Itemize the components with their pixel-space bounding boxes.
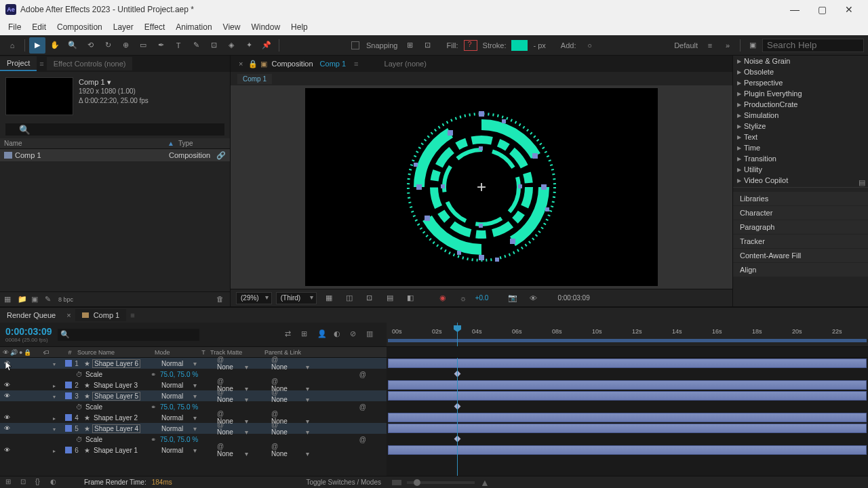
track-bar[interactable] bbox=[387, 390, 868, 401]
parent-dropdown[interactable]: None▾ bbox=[271, 396, 312, 403]
track-matte-dropdown[interactable]: None▾ bbox=[217, 396, 251, 403]
panel-content-aware-fill[interactable]: Content-Aware Fill bbox=[733, 249, 868, 262]
parent-pickwhip-icon[interactable]: @ bbox=[271, 356, 278, 363]
col-type-header[interactable]: Type bbox=[178, 140, 226, 147]
link-icon[interactable]: ⚭ bbox=[151, 436, 160, 443]
layer-name[interactable]: ★Shape Layer 5 bbox=[81, 392, 161, 400]
effect-category[interactable]: ▶Obsolete bbox=[733, 66, 868, 77]
channel-icon[interactable]: ◧ bbox=[402, 290, 418, 306]
overflow-icon[interactable]: » bbox=[719, 37, 736, 54]
timeline-timecode[interactable]: 0:00:03:09 bbox=[5, 326, 52, 337]
layer-name[interactable]: ★Shape Layer 3 bbox=[81, 382, 161, 389]
bpc-label[interactable]: 8 bpc bbox=[58, 296, 73, 303]
clone-tool[interactable]: ⊡ bbox=[205, 37, 222, 54]
comp-tab-name[interactable]: Comp 1 bbox=[317, 60, 349, 68]
property-track[interactable] bbox=[387, 369, 868, 380]
new-comp-icon[interactable]: ▣ bbox=[31, 295, 41, 304]
tab-close[interactable]: × bbox=[62, 311, 75, 319]
col-track-matte[interactable]: Track Matte bbox=[210, 349, 264, 356]
track-bar[interactable] bbox=[387, 445, 868, 455]
puppet-tool[interactable]: 📌 bbox=[258, 37, 275, 54]
stopwatch-icon[interactable]: ⏱ bbox=[76, 371, 84, 378]
menu-help[interactable]: Help bbox=[285, 20, 313, 34]
panel-paragraph[interactable]: Paragraph bbox=[733, 220, 868, 234]
timeline-search[interactable] bbox=[58, 329, 199, 341]
menu-layer[interactable]: Layer bbox=[108, 20, 139, 34]
effect-category[interactable]: ▶Time bbox=[733, 142, 868, 153]
visibility-toggle[interactable]: 👁 bbox=[3, 413, 11, 422]
mask-icon[interactable]: ◫ bbox=[341, 290, 357, 306]
matte-pickwhip-icon[interactable]: @ bbox=[217, 410, 224, 418]
orbit-tool[interactable]: ⟲ bbox=[82, 37, 98, 54]
help-search-input[interactable] bbox=[762, 39, 864, 52]
audio-col-icon[interactable]: 🔊 bbox=[10, 349, 18, 356]
video-col-icon[interactable]: 👁 bbox=[3, 349, 9, 356]
render-queue-tab[interactable]: Render Queue bbox=[0, 309, 62, 321]
twirl-icon[interactable]: ▸ bbox=[53, 448, 56, 454]
matte-pickwhip-icon[interactable]: @ bbox=[217, 378, 224, 385]
layer-tab[interactable]: Layer (none) bbox=[384, 60, 427, 68]
frame-blend-icon[interactable]: ◐ bbox=[334, 329, 344, 340]
track-bar[interactable] bbox=[387, 423, 868, 434]
zoom-dropdown[interactable]: (29%) bbox=[236, 292, 272, 304]
layer-row[interactable]: 👁▾3★Shape Layer 5Normal▾@None▾@None▾ bbox=[0, 390, 387, 401]
comp-name[interactable]: Comp 1 ▾ bbox=[79, 77, 149, 87]
menu-effect[interactable]: Effect bbox=[139, 20, 170, 34]
layer-color[interactable] bbox=[65, 392, 72, 399]
add-button[interactable]: ○ bbox=[581, 37, 597, 54]
draft3d-icon[interactable]: ⊞ bbox=[301, 329, 312, 340]
comp-timeline-tab[interactable]: Comp 1 bbox=[75, 309, 127, 321]
matte-pickwhip-icon[interactable]: @ bbox=[217, 443, 224, 450]
layer-row[interactable]: 👁▸6★Shape Layer 1Normal▾@None▾@None▾ bbox=[0, 445, 387, 455]
layer-color[interactable] bbox=[65, 382, 72, 388]
folder-icon[interactable]: 📁 bbox=[18, 295, 27, 304]
effect-category[interactable]: ▶Noise & Grain bbox=[733, 56, 868, 66]
col-num[interactable]: # bbox=[65, 349, 75, 356]
blend-mode-dropdown[interactable]: Normal▾ bbox=[161, 360, 199, 367]
lock-icon[interactable]: 🔒 bbox=[247, 60, 259, 68]
comp-tab-close[interactable]: × bbox=[236, 60, 245, 68]
resolution-dropdown[interactable]: (Third) bbox=[276, 292, 317, 304]
adjust-icon[interactable]: ✎ bbox=[45, 295, 54, 304]
property-value[interactable]: 75.0, 75.0 % bbox=[160, 371, 198, 378]
blend-mode-dropdown[interactable]: Normal▾ bbox=[161, 382, 199, 389]
parent-dropdown[interactable]: None▾ bbox=[271, 363, 312, 371]
layer-name[interactable]: ★Shape Layer 4 bbox=[81, 425, 161, 432]
panel-tracker[interactable]: Tracker bbox=[733, 235, 868, 248]
timeline-ruler[interactable]: 00s02s04s06s08s10s12s14s16s18s20s22s bbox=[387, 323, 868, 347]
col-name-header[interactable]: Name bbox=[4, 140, 167, 147]
blend-mode-dropdown[interactable]: Normal▾ bbox=[161, 425, 199, 432]
expr-pickwhip-icon[interactable]: @ bbox=[359, 403, 366, 411]
property-track[interactable] bbox=[387, 401, 868, 412]
twirl-icon[interactable]: ▸ bbox=[53, 415, 56, 422]
snap-magnet-icon[interactable]: ⊡ bbox=[420, 37, 436, 54]
close-button[interactable]: ✕ bbox=[835, 0, 863, 19]
zoom-in-icon[interactable]: ▲ bbox=[480, 477, 490, 488]
zoom-out-icon[interactable] bbox=[392, 480, 401, 485]
effect-category[interactable]: ▶Video Copilot bbox=[733, 175, 868, 186]
panel-character[interactable]: Character bbox=[733, 206, 868, 220]
layer-row[interactable]: 👁▾5★Shape Layer 4Normal▾@None▾@None▾ bbox=[0, 423, 387, 434]
twirl-icon[interactable]: ▾ bbox=[53, 426, 56, 432]
viewport[interactable] bbox=[231, 85, 732, 289]
playhead[interactable] bbox=[457, 323, 458, 346]
transparency-icon[interactable]: ▦ bbox=[321, 290, 337, 306]
col-source-name[interactable]: Source Name bbox=[75, 349, 155, 356]
parent-dropdown[interactable]: None▾ bbox=[271, 450, 312, 458]
region-icon[interactable]: ⊡ bbox=[361, 290, 378, 306]
project-tab[interactable]: Project bbox=[0, 56, 37, 71]
solo-col-icon[interactable]: ● bbox=[19, 349, 22, 356]
menu-composition[interactable]: Composition bbox=[52, 20, 108, 34]
project-item[interactable]: Comp 1 Composition 🔗 bbox=[0, 149, 230, 161]
effect-category[interactable]: ▶Utility bbox=[733, 164, 868, 175]
comp-timecode[interactable]: 0:00:03:09 bbox=[557, 294, 589, 302]
stopwatch-icon[interactable]: ⏱ bbox=[76, 403, 84, 411]
parent-pickwhip-icon[interactable]: @ bbox=[271, 388, 278, 396]
graph-icon[interactable]: ▥ bbox=[366, 329, 377, 340]
breadcrumb[interactable]: Comp 1 bbox=[237, 74, 272, 84]
hand-tool[interactable]: ✋ bbox=[47, 37, 63, 54]
layer-color[interactable] bbox=[65, 425, 72, 432]
link-icon[interactable]: ⚭ bbox=[151, 403, 160, 411]
panel-menu-icon[interactable]: ▤ bbox=[859, 178, 865, 187]
parent-pickwhip-icon[interactable]: @ bbox=[271, 421, 278, 428]
